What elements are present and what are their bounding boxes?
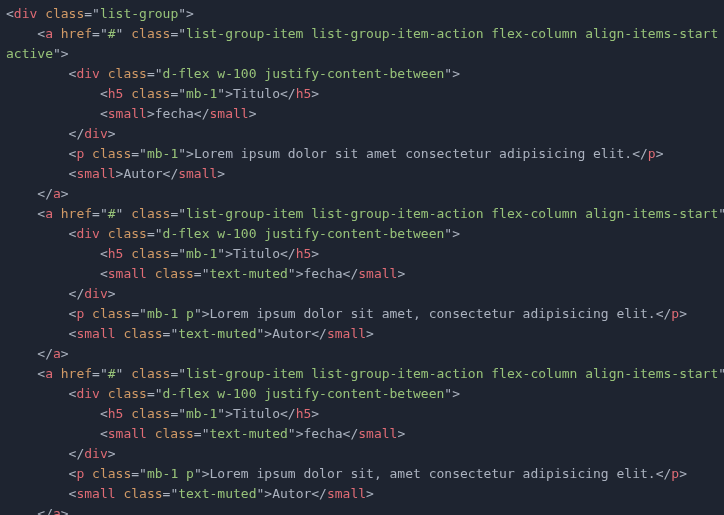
code-token: d-flex w-100 justify-content-between [163, 386, 445, 401]
code-token: > [264, 486, 272, 501]
code-token: > [202, 466, 210, 481]
code-token: mb-1 [186, 86, 217, 101]
code-token [84, 306, 92, 321]
code-token: fecha [303, 266, 342, 281]
code-line: <div class="d-flex w-100 justify-content… [6, 386, 460, 401]
code-token: > [108, 126, 116, 141]
code-line: <p class="mb-1 p">Lorem ipsum dolor sit,… [6, 466, 687, 481]
code-token: Lorem ipsum dolor sit amet, consectetur … [210, 306, 656, 321]
code-token: text-muted [210, 426, 288, 441]
code-token: list-group-item list-group-item-action f… [186, 206, 718, 221]
code-token: class [131, 366, 170, 381]
code-token [84, 466, 92, 481]
code-token: < [6, 466, 76, 481]
code-token: > [311, 246, 319, 261]
code-token: " [155, 66, 163, 81]
code-line: <h5 class="mb-1">Titulo</h5> [6, 246, 319, 261]
code-token: list-group-item list-group-item-action f… [186, 366, 718, 381]
code-token: </ [6, 346, 53, 361]
code-token: < [6, 26, 45, 41]
code-token: < [6, 486, 76, 501]
code-token: class [131, 206, 170, 221]
code-token: div [84, 446, 107, 461]
code-token: h5 [296, 246, 312, 261]
code-token: small [210, 106, 249, 121]
code-token: div [14, 6, 37, 21]
code-token: > [108, 286, 116, 301]
code-token: " [217, 86, 225, 101]
code-token: < [6, 246, 108, 261]
code-line: </a> [6, 506, 69, 515]
code-token: Lorem ipsum dolor sit, amet consectetur … [210, 466, 656, 481]
code-token: > [311, 86, 319, 101]
code-line: <h5 class="mb-1">Titulo</h5> [6, 86, 319, 101]
code-line: <small class="text-muted">Autor</small> [6, 326, 374, 341]
code-token: small [178, 166, 217, 181]
code-token: " [178, 406, 186, 421]
code-token: " [202, 266, 210, 281]
code-token: " [155, 226, 163, 241]
code-token: h5 [108, 86, 124, 101]
code-token: Autor [272, 326, 311, 341]
code-token: p [671, 466, 679, 481]
code-token: < [6, 106, 108, 121]
code-token: h5 [296, 86, 312, 101]
code-token: " [100, 26, 108, 41]
code-token: " [217, 406, 225, 421]
code-line: <p class="mb-1 p">Lorem ipsum dolor sit … [6, 306, 687, 321]
code-token: Titulo [233, 406, 280, 421]
code-token: < [6, 66, 76, 81]
code-token: div [84, 126, 107, 141]
code-token: " [178, 246, 186, 261]
code-token: div [84, 286, 107, 301]
code-line: <small class="text-muted">Autor</small> [6, 486, 374, 501]
code-line: <small>Autor</small> [6, 166, 225, 181]
code-token: </ [6, 446, 84, 461]
code-token: " [178, 206, 186, 221]
code-token: class [155, 266, 194, 281]
code-token: " [194, 466, 202, 481]
code-token: </ [656, 466, 672, 481]
code-token: a [53, 346, 61, 361]
code-token: " [139, 306, 147, 321]
code-token: </ [194, 106, 210, 121]
code-token: > [679, 306, 687, 321]
code-token: < [6, 366, 45, 381]
code-token: > [202, 306, 210, 321]
code-line: <p class="mb-1">Lorem ipsum dolor sit am… [6, 146, 663, 161]
code-token: > [452, 386, 460, 401]
code-token: < [6, 406, 108, 421]
code-token: class [131, 26, 170, 41]
code-token: > [225, 246, 233, 261]
code-token: </ [343, 426, 359, 441]
code-token: = [131, 466, 139, 481]
code-token: < [6, 166, 76, 181]
code-token: > [366, 326, 374, 341]
code-token: " [139, 146, 147, 161]
code-token: = [92, 366, 100, 381]
code-line: <div class="d-flex w-100 justify-content… [6, 226, 460, 241]
code-token: > [186, 6, 194, 21]
code-token: = [194, 426, 202, 441]
code-token: small [327, 486, 366, 501]
code-token: </ [6, 126, 84, 141]
code-token: < [6, 146, 76, 161]
code-line: <div class="list-group"> [6, 6, 194, 21]
code-token: small [76, 326, 115, 341]
code-line: <a href="#" class="list-group-item list-… [6, 206, 724, 221]
code-line: </div> [6, 126, 116, 141]
code-token [100, 386, 108, 401]
code-token: class [131, 246, 170, 261]
code-token: p [671, 306, 679, 321]
code-token: small [76, 166, 115, 181]
code-token [100, 226, 108, 241]
code-token: " [217, 246, 225, 261]
code-token: > [61, 46, 69, 61]
code-token: small [108, 266, 147, 281]
code-token [37, 6, 45, 21]
code-token: > [61, 506, 69, 515]
code-line: <a href="#" class="list-group-item list-… [6, 366, 724, 381]
code-token: class [45, 6, 84, 21]
code-token: class [123, 326, 162, 341]
code-token: > [225, 406, 233, 421]
